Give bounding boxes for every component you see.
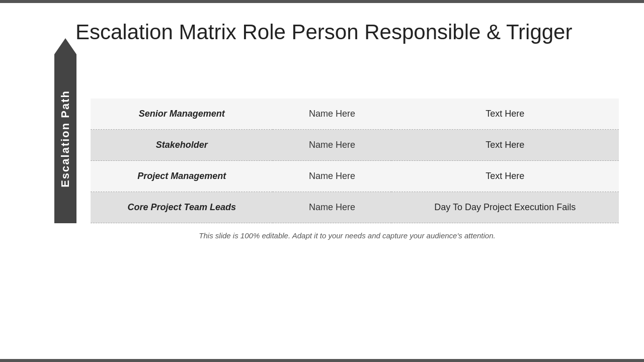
cell-trigger: Text Here xyxy=(391,99,619,130)
arrow-head xyxy=(54,38,76,54)
page-title: Escalation Matrix Role Person Responsibl… xyxy=(75,15,619,44)
table-row: Senior ManagementName HereText Here xyxy=(91,99,619,130)
cell-trigger: Day To Day Project Execution Fails xyxy=(391,192,619,223)
header-person-text: PersonResponsible xyxy=(299,63,365,89)
cell-trigger: Text Here xyxy=(391,130,619,161)
cell-role: Stakeholder xyxy=(91,130,273,161)
table-row: Project ManagementName HereText Here xyxy=(91,161,619,192)
footer-text: This slide is 100% editable. Adapt it to… xyxy=(75,231,619,240)
table-row: StakeholderName HereText Here xyxy=(91,130,619,161)
cell-role: Project Management xyxy=(91,161,273,192)
escalation-label: Escalation Path xyxy=(59,90,72,188)
matrix-table: Role PersonResponsible Triggers When Sen… xyxy=(91,54,619,223)
cell-role: Core Project Team Leads xyxy=(91,192,273,223)
slide: Escalation Matrix Role Person Responsibl… xyxy=(0,0,644,362)
cell-person: Name Here xyxy=(273,99,391,130)
bottom-decorative-bar xyxy=(0,359,644,362)
header-role: Role xyxy=(91,54,273,99)
content-area: Escalation Path Role PersonResponsible T… xyxy=(45,54,619,223)
escalation-arrow: Escalation Path xyxy=(45,54,86,223)
arrow-shaft: Escalation Path xyxy=(54,54,76,223)
cell-person: Name Here xyxy=(273,130,391,161)
cell-trigger: Text Here xyxy=(391,161,619,192)
top-decorative-bar xyxy=(0,0,644,3)
cell-person: Name Here xyxy=(273,192,391,223)
table-row: Core Project Team LeadsName HereDay To D… xyxy=(91,192,619,223)
header-trigger: Triggers When xyxy=(391,54,619,99)
cell-person: Name Here xyxy=(273,161,391,192)
header-person: PersonResponsible xyxy=(273,54,391,99)
cell-role: Senior Management xyxy=(91,99,273,130)
